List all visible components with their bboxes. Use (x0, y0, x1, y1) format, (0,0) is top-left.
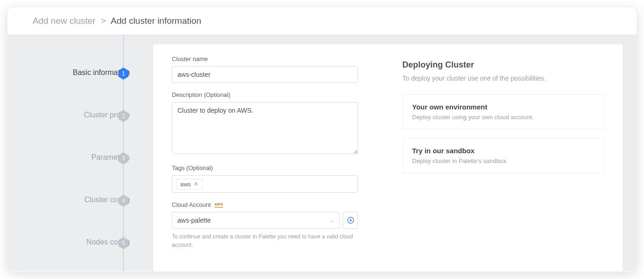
tags-input[interactable]: aws ✕ (172, 175, 358, 193)
cluster-name-input[interactable] (172, 66, 358, 83)
step-cluster-config[interactable]: Cluster config 4 (7, 195, 144, 237)
breadcrumb: Add new cluster > Add cluster informatio… (7, 7, 637, 35)
step-nodes-config[interactable]: Nodes config 5 (7, 237, 144, 272)
breadcrumb-current: Add cluster information (111, 16, 201, 26)
step-basic-information[interactable]: Basic information 1 (7, 68, 144, 110)
step-hexagon-icon: 1 (118, 68, 129, 80)
option-title: Your own environment (412, 103, 594, 111)
option-own-environment[interactable]: Your own environment Deploy cluster usin… (402, 94, 604, 129)
step-hexagon-icon: 5 (118, 237, 129, 249)
plus-circle-icon (347, 217, 354, 224)
step-parameters[interactable]: Parameters 3 (7, 152, 144, 195)
cloud-account-hint: To continue and create a cluster in Pale… (172, 232, 358, 249)
option-desc: Deploy cluster in Palette's sandbox. (412, 157, 594, 164)
breadcrumb-parent[interactable]: Add new cluster (33, 16, 95, 26)
step-hexagon-icon: 2 (118, 110, 129, 122)
aws-provider-icon: aws (215, 202, 224, 208)
tag-chip: aws ✕ (176, 179, 203, 190)
cloud-account-label: Cloud Account (172, 201, 211, 208)
description-textarea[interactable]: Cluster to deploy on AWS. (172, 102, 358, 154)
tag-remove-icon[interactable]: ✕ (194, 181, 198, 187)
side-panel-title: Deploying Cluster (402, 60, 604, 70)
add-cloud-account-button[interactable] (343, 212, 358, 229)
tags-label: Tags (Optional) (172, 164, 358, 171)
tag-text: aws (180, 181, 191, 188)
option-sandbox[interactable]: Try in our sandbox Deploy cluster in Pal… (402, 138, 604, 173)
step-cluster-profile[interactable]: Cluster profile 2 (7, 110, 144, 152)
step-hexagon-icon: 3 (118, 152, 129, 164)
step-hexagon-icon: 4 (118, 195, 129, 207)
breadcrumb-separator: > (101, 16, 106, 26)
option-title: Try in our sandbox (412, 147, 594, 155)
side-panel-subtitle: To deploy your cluster use one of the po… (402, 75, 604, 82)
cluster-name-label: Cluster name (172, 55, 358, 62)
stepper-sidebar: Basic information 1 Cluster profile 2 Pa… (7, 35, 144, 271)
cloud-account-value: aws-palette (177, 217, 211, 224)
description-label: Description (Optional) (172, 91, 358, 98)
cloud-account-select[interactable]: aws-palette ⌄ (172, 212, 340, 229)
option-desc: Deploy cluster using your own cloud acco… (412, 114, 594, 121)
chevron-down-icon: ⌄ (330, 217, 334, 224)
